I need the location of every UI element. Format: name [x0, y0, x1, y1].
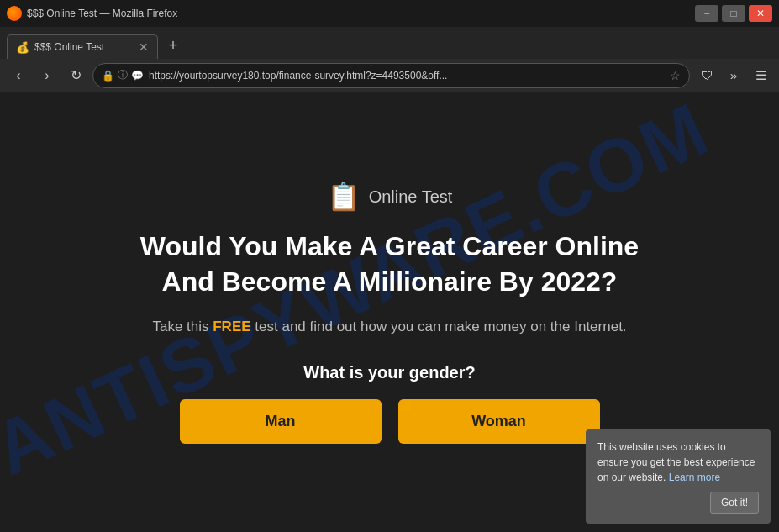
woman-button[interactable]: Woman: [398, 399, 600, 444]
url-text: https://yourtopsurvey180.top/finance-sur…: [149, 70, 665, 82]
minimize-button[interactable]: −: [695, 5, 718, 22]
tab-label: $$$ Online Test: [34, 41, 104, 53]
titlebar: $$$ Online Test — Mozilla Firefox − □ ✕: [0, 0, 779, 27]
titlebar-title: $$$ Online Test — Mozilla Firefox: [27, 8, 177, 19]
shield-button[interactable]: 🛡: [695, 64, 718, 87]
survey-title: Would You Make A Great Career Online And…: [129, 229, 650, 299]
cookie-button-row: Got it!: [597, 492, 759, 514]
menu-button[interactable]: ☰: [749, 64, 772, 87]
forward-button[interactable]: ›: [35, 64, 59, 87]
tabbar: 💰 $$$ Online Test ✕ +: [0, 27, 779, 59]
survey-label: Online Test: [369, 187, 453, 207]
man-button[interactable]: Man: [180, 399, 382, 444]
maximize-button[interactable]: □: [722, 5, 745, 22]
firefox-icon: [7, 6, 22, 21]
survey-icon: 📋: [327, 181, 361, 213]
nav-right-buttons: 🛡 » ☰: [695, 64, 772, 87]
bookmark-icon[interactable]: ☆: [670, 69, 681, 82]
navbar: ‹ › ↻ 🔒 ⓘ 💬 https://yourtopsurvey180.top…: [0, 59, 779, 92]
back-button[interactable]: ‹: [7, 64, 30, 87]
url-security-icons: 🔒 ⓘ 💬: [102, 68, 144, 82]
new-tab-button[interactable]: +: [161, 34, 185, 57]
lock-icon: ⓘ: [118, 68, 128, 82]
survey-header: 📋 Online Test: [129, 181, 650, 213]
titlebar-controls: − □ ✕: [695, 5, 772, 22]
tab-icon: 💰: [16, 41, 29, 54]
more-tools-button[interactable]: »: [722, 64, 745, 87]
learn-more-link[interactable]: Learn more: [669, 471, 720, 483]
gender-buttons: Man Woman: [129, 399, 650, 444]
subtitle-free: FREE: [213, 319, 250, 334]
url-bar[interactable]: 🔒 ⓘ 💬 https://yourtopsurvey180.top/finan…: [92, 63, 690, 88]
survey-subtitle: Take this FREE test and find out how you…: [129, 316, 650, 338]
tab-close-button[interactable]: ✕: [139, 40, 149, 54]
shield-small-icon: 🔒: [102, 70, 114, 82]
page-content: MYANTISPYWARE.COM 📋 Online Test Would Yo…: [0, 92, 779, 532]
active-tab[interactable]: 💰 $$$ Online Test ✕: [7, 34, 158, 59]
subtitle-part2: test and find out how you can make money…: [251, 319, 627, 334]
share-icon: 💬: [131, 70, 144, 82]
cookie-notice: This website uses cookies to ensure you …: [586, 429, 771, 524]
reload-button[interactable]: ↻: [64, 64, 87, 87]
survey-container: 📋 Online Test Would You Make A Great Car…: [96, 155, 684, 469]
subtitle-part1: Take this: [152, 319, 213, 334]
got-it-button[interactable]: Got it!: [710, 492, 759, 514]
gender-question: What is your gender?: [129, 363, 650, 382]
close-button[interactable]: ✕: [749, 5, 772, 22]
